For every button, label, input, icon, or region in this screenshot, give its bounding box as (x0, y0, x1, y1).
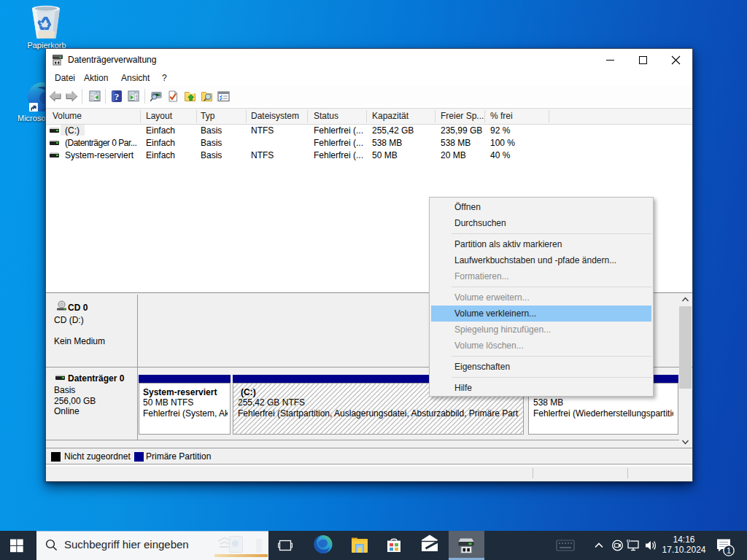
svg-text:?: ? (115, 91, 120, 102)
svg-text:1: 1 (727, 546, 731, 555)
